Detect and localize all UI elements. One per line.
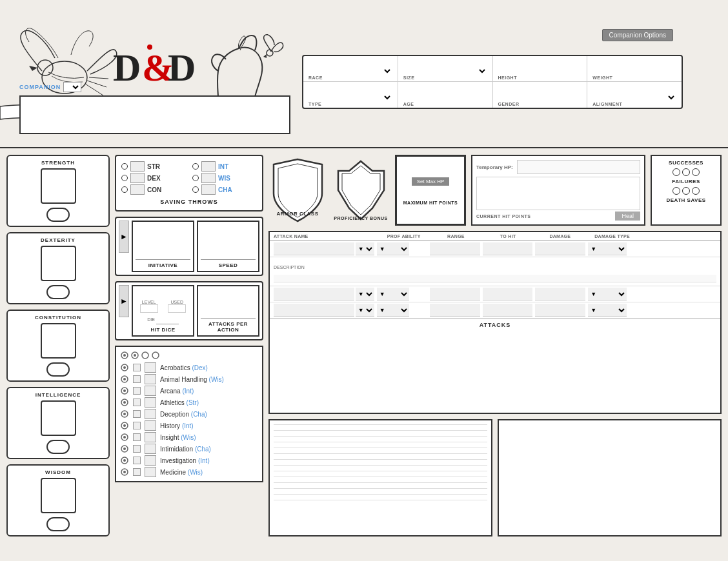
to-hit-input-2[interactable] (483, 288, 533, 300)
range-input-3[interactable] (430, 304, 480, 317)
skill-checkbox-intimidation[interactable] (133, 445, 141, 453)
range-input-2[interactable] (430, 288, 480, 300)
current-hp-input[interactable] (476, 177, 640, 210)
race-select[interactable] (308, 66, 392, 75)
to-hit-input-3[interactable] (483, 304, 533, 317)
dexterity-modifier-input[interactable] (48, 288, 68, 296)
save-cha-radio[interactable] (192, 186, 199, 193)
save-dex-radio[interactable] (121, 175, 128, 181)
attack-name-input-2[interactable] (274, 288, 354, 300)
notes-area-1 (268, 419, 492, 536)
prof-ability-select-3[interactable]: ▼ (377, 304, 409, 317)
success-circle-2[interactable] (682, 168, 690, 176)
skill-checkbox-investigation[interactable] (133, 457, 141, 464)
skill-value-acrobatics[interactable] (145, 362, 156, 373)
wisdom-score-input[interactable] (44, 487, 73, 504)
armor-class-input[interactable] (285, 177, 310, 191)
skill-value-deception[interactable] (145, 409, 156, 419)
gender-input[interactable] (498, 94, 582, 102)
save-wis-input[interactable] (201, 173, 216, 183)
save-con-input[interactable] (130, 184, 145, 195)
skill-value-arcana[interactable] (145, 386, 156, 396)
skill-checkbox-deception[interactable] (133, 410, 141, 418)
skill-value-athletics[interactable] (145, 397, 156, 408)
save-str-radio[interactable] (121, 163, 128, 170)
skill-checkbox-arcana[interactable] (133, 387, 141, 395)
notes-textarea-2[interactable] (503, 424, 716, 531)
companion-dropdown[interactable] (63, 82, 81, 92)
notes-textarea-1[interactable] (274, 506, 487, 531)
wisdom-modifier-input[interactable] (48, 520, 68, 528)
initiative-add-btn[interactable]: ► (119, 221, 129, 253)
success-circle-3[interactable] (692, 168, 700, 176)
dexterity-score-input[interactable] (44, 255, 73, 272)
speed-input[interactable] (201, 224, 256, 260)
to-hit-input-1[interactable] (483, 242, 533, 255)
damage-type-select-1[interactable]: ▼ (588, 242, 627, 255)
save-str-input[interactable] (130, 161, 145, 172)
skill-checkbox-medicine[interactable] (133, 468, 141, 476)
damage-type-select-2[interactable]: ▼ (588, 288, 627, 300)
damage-input-3[interactable] (535, 304, 585, 317)
skill-value-investigation[interactable] (145, 455, 156, 466)
age-label: AGE (403, 102, 414, 106)
save-dex-input[interactable] (130, 173, 145, 183)
damage-input-1[interactable] (535, 242, 585, 255)
weight-input[interactable] (592, 68, 676, 75)
skill-value-insight[interactable] (145, 432, 156, 442)
intelligence-score-input[interactable] (44, 410, 73, 427)
hit-dice-add-btn[interactable]: ► (119, 285, 129, 317)
proficiency-bonus-input[interactable] (348, 177, 374, 191)
attack-name-input-3[interactable] (274, 304, 354, 317)
damage-type-select-3[interactable]: ▼ (588, 304, 627, 317)
failure-circle-1[interactable] (672, 187, 680, 195)
alignment-select[interactable] (592, 93, 676, 102)
skill-value-animal-handling[interactable] (145, 374, 156, 384)
save-wis-radio[interactable] (192, 175, 199, 181)
prof-ability-select-1[interactable]: ▼ (377, 242, 409, 255)
initiative-input[interactable] (136, 224, 190, 260)
temp-hp-input[interactable] (517, 160, 640, 174)
desc-input-1[interactable] (274, 275, 716, 282)
skill-value-history[interactable] (145, 420, 156, 431)
type-select[interactable] (308, 93, 392, 102)
attack-name-input-1[interactable] (274, 242, 354, 255)
failure-circle-2[interactable] (682, 187, 690, 195)
skill-checkbox-history[interactable] (133, 422, 141, 429)
skill-value-intimidation[interactable] (145, 444, 156, 454)
attack-name-select-3[interactable]: ▼ (356, 304, 374, 317)
failure-circle-3[interactable] (692, 187, 700, 195)
strength-modifier-input[interactable] (48, 211, 68, 219)
skill-checkbox-insight[interactable] (133, 433, 141, 441)
height-input[interactable] (498, 68, 582, 75)
age-input[interactable] (403, 94, 487, 102)
success-circle-1[interactable] (672, 168, 680, 176)
save-int-input[interactable] (201, 161, 216, 172)
skill-value-medicine[interactable] (145, 467, 156, 477)
constitution-modifier-input[interactable] (48, 366, 68, 373)
die-input[interactable] (156, 314, 179, 324)
save-int-radio[interactable] (192, 163, 199, 170)
skill-checkbox-acrobatics[interactable] (133, 364, 141, 371)
max-hp-input[interactable] (405, 186, 456, 201)
damage-input-2[interactable] (535, 288, 585, 300)
constitution-score-input[interactable] (44, 333, 73, 349)
range-input-1[interactable] (430, 242, 480, 255)
skill-checkbox-animal-handling[interactable] (133, 375, 141, 383)
companion-options-button[interactable]: Companion Options (602, 29, 673, 41)
save-con-radio[interactable] (121, 186, 128, 193)
used-input[interactable] (168, 304, 186, 313)
attack-name-select-2[interactable]: ▼ (356, 288, 374, 300)
save-cha-input[interactable] (201, 184, 216, 195)
size-select[interactable] (403, 66, 487, 75)
attacks-per-action-input[interactable] (201, 289, 256, 319)
intelligence-modifier-input[interactable] (48, 443, 68, 451)
prof-ability-select-2[interactable]: ▼ (377, 288, 409, 300)
level-input[interactable] (140, 304, 158, 313)
strength-score-input[interactable] (44, 178, 73, 195)
character-name-input[interactable] (26, 120, 284, 130)
set-max-hp-button[interactable]: Set Max HP (412, 177, 450, 186)
heal-button[interactable]: Heal (615, 212, 640, 221)
skill-checkbox-athletics[interactable] (133, 399, 141, 406)
attack-name-select-1[interactable]: ▼ (356, 242, 374, 255)
